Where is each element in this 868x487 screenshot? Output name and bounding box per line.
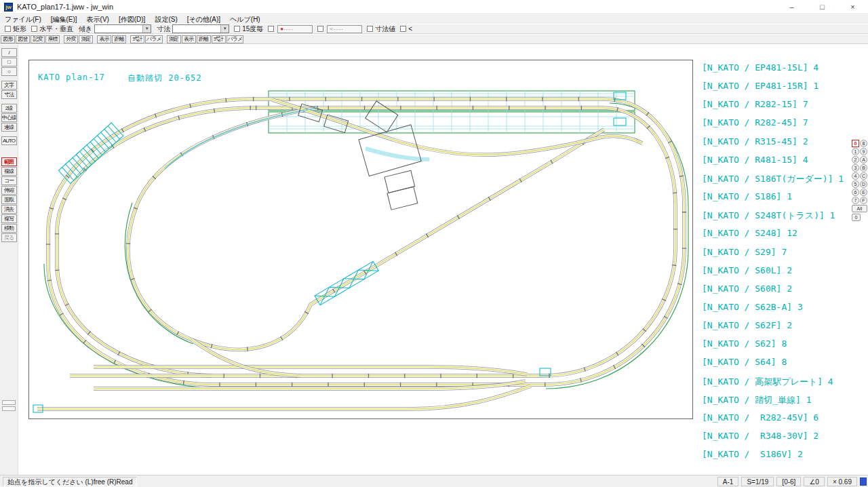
layer-button-7[interactable]: 7	[852, 197, 859, 204]
tool-circle[interactable]: ○	[1, 67, 17, 76]
layer-button-d[interactable]: D	[860, 180, 867, 188]
checkbox-icon[interactable]	[367, 26, 373, 32]
layer-button-5[interactable]: 5	[852, 180, 859, 188]
parts-list-item: [N_KATO / S60R] 2	[702, 284, 792, 294]
menu-file[interactable]: ファイル(F)	[0, 15, 46, 24]
layer-panel: 08 19 2A 3B 4C 5D 6E 7F All 0	[852, 140, 868, 222]
maximize-button[interactable]: □	[807, 0, 837, 14]
layer-all-button[interactable]: All	[852, 205, 867, 212]
checkbox-icon[interactable]	[234, 26, 240, 32]
menu-view[interactable]: 表示(V)	[82, 15, 114, 24]
tool-2line[interactable]: 2線	[1, 104, 17, 113]
tool-move[interactable]: 移動	[1, 224, 17, 233]
layer-group-button[interactable]: 0	[852, 214, 861, 221]
tool-erase[interactable]: 消去	[1, 205, 17, 214]
plan-subtitle: 自動踏切 20-652	[127, 73, 202, 84]
layer-button-8[interactable]: 8	[860, 140, 867, 147]
angle-cell[interactable]: ∠0	[804, 477, 825, 486]
tool-kihen[interactable]: 記変	[31, 35, 45, 43]
scale-cell[interactable]: S=1/19	[741, 477, 774, 486]
tool-parame[interactable]: パラメ	[145, 35, 163, 43]
dimension-combobox[interactable]: ▼	[172, 24, 229, 33]
left-toolbar: / □ ○ 文字 寸法 2線 中心線 連線 AUTO 範囲 複線 コーナー 伸縮…	[0, 45, 18, 475]
chevron-down-icon[interactable]: ▼	[142, 25, 151, 33]
minimize-button[interactable]: –	[776, 0, 807, 14]
tool-auto[interactable]: AUTO	[1, 136, 17, 145]
tool-text[interactable]: 文字	[1, 81, 17, 90]
parts-list-item: [N_KATO / R282-45V] 6	[702, 412, 818, 423]
tool-shikikei-2[interactable]: 式計	[212, 35, 226, 43]
tool-zutou[interactable]: 図登	[16, 35, 30, 43]
tool-corner[interactable]: コーナー	[1, 176, 17, 185]
track-plan-drawing	[29, 60, 694, 420]
menu-help[interactable]: ヘルプ(H)	[225, 15, 265, 24]
menu-other[interactable]: [その他(A)]	[182, 15, 225, 24]
tool-polyline[interactable]: 連線	[1, 123, 17, 132]
tool-shikikei[interactable]: 式計	[130, 35, 144, 43]
zoom-cell[interactable]: × 0.69	[827, 477, 857, 486]
layer-button-9[interactable]: 9	[860, 148, 867, 155]
tool-kyori[interactable]: 距離	[112, 35, 126, 43]
close-button[interactable]: ×	[837, 0, 868, 14]
checkbox-dot-line[interactable]: ●----	[268, 25, 313, 33]
dimension-label: 寸法	[157, 24, 170, 34]
checkbox-icon[interactable]	[317, 26, 323, 32]
parts-list-item: [N_KATO / S64] 8	[702, 357, 787, 367]
layer-button-f[interactable]: F	[860, 197, 867, 204]
paper-frame[interactable]: KATO plan-17 自動踏切 20-652	[28, 60, 693, 419]
chevron-down-icon[interactable]: ▼	[220, 25, 229, 33]
checkbox-icon[interactable]	[31, 26, 37, 32]
tool-gaihen[interactable]: 外変	[64, 35, 78, 43]
parts-list-item: [N_KATO / S186T(ガーダー)] 1	[702, 173, 844, 183]
tool-kyori-2[interactable]: 距離	[197, 35, 211, 43]
tool-sokutei-1[interactable]: 測定	[79, 35, 93, 43]
layer-button-3[interactable]: 3	[852, 164, 859, 172]
tool-offset[interactable]: 複線	[1, 167, 17, 176]
checkbox-icon[interactable]	[268, 26, 274, 32]
checkbox-dimension-value[interactable]: 寸法値	[367, 24, 395, 34]
layer-cell[interactable]: [0-6]	[776, 477, 801, 486]
menu-settings[interactable]: 設定(S)	[150, 15, 182, 24]
menu-draw[interactable]: [作図(D)]	[114, 15, 150, 24]
tool-undo[interactable]: 戻る	[1, 233, 17, 242]
checkbox-horizontal-vertical[interactable]: 水平・垂直	[31, 24, 73, 34]
tool-copy[interactable]: 複写	[1, 214, 17, 223]
checkbox-icon[interactable]	[400, 26, 406, 32]
checkbox-icon[interactable]	[5, 26, 11, 32]
slope-combobox[interactable]: ▼	[94, 24, 151, 33]
checkbox-rectangle[interactable]: 矩形	[5, 24, 26, 34]
drawing-area[interactable]: / □ ○ 文字 寸法 2線 中心線 連線 AUTO 範囲 複線 コーナー 伸縮…	[0, 45, 868, 475]
paper-size-cell[interactable]: A-1	[717, 477, 739, 486]
app-icon: jw	[4, 3, 13, 12]
checkbox-arrow-line[interactable]: <----	[317, 25, 362, 33]
tool-hyouji[interactable]: 表示	[97, 35, 111, 43]
tool-centerline[interactable]: 中心線	[1, 113, 17, 122]
layer-button-a[interactable]: A	[860, 156, 867, 163]
layer-button-4[interactable]: 4	[852, 172, 859, 180]
layer-button-c[interactable]: C	[860, 172, 867, 180]
tool-chamfer[interactable]: 面取	[1, 195, 17, 204]
checkbox-lt[interactable]: <	[400, 25, 412, 33]
checkbox-15deg[interactable]: 15度毎	[234, 24, 263, 34]
tool-parame-2[interactable]: パラメ	[226, 35, 244, 43]
tool-range[interactable]: 範囲	[1, 157, 17, 166]
parts-list-item: [N_KATO / 高架駅プレート] 4	[702, 376, 833, 386]
layer-button-6[interactable]: 6	[852, 189, 859, 196]
menu-edit[interactable]: [編集(E)]	[46, 15, 82, 24]
layer-button-1[interactable]: 1	[852, 148, 859, 155]
layer-button-0[interactable]: 0	[852, 140, 859, 147]
tool-zukei[interactable]: 図形	[1, 35, 15, 43]
layer-button-e[interactable]: E	[860, 189, 867, 196]
layer-button-2[interactable]: 2	[852, 156, 859, 163]
tool-dimension[interactable]: 寸法	[1, 90, 17, 99]
status-indicator	[860, 478, 867, 486]
tool-hyouji-2[interactable]: 表示	[182, 35, 196, 43]
tool-line[interactable]: /	[1, 48, 17, 57]
layer-button-b[interactable]: B	[860, 164, 867, 172]
tool-sokutei-2[interactable]: 測定	[167, 35, 181, 43]
parts-list-item: [N_KATO / S248] 12	[702, 228, 797, 238]
checkbox-lt-label: <	[408, 25, 412, 33]
tool-stretch[interactable]: 伸縮	[1, 186, 17, 195]
tool-zahyou[interactable]: 座標	[45, 35, 60, 43]
tool-rect[interactable]: □	[1, 58, 17, 66]
